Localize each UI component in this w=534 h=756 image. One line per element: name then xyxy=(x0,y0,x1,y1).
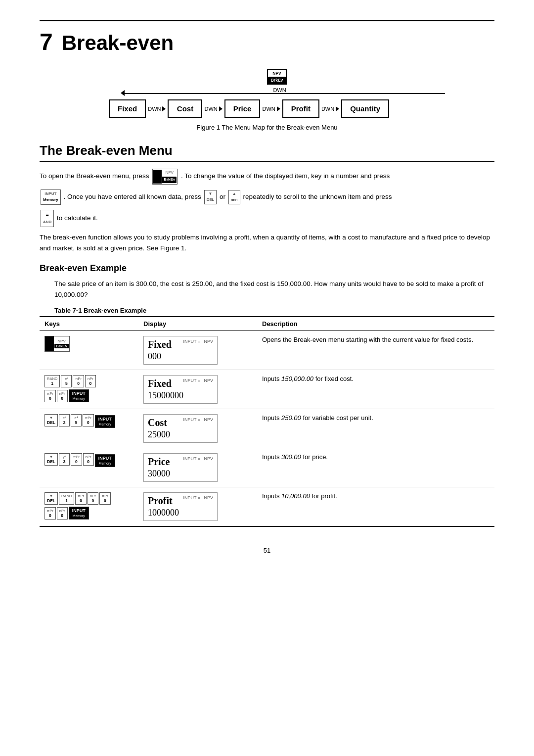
display-indicator-3: INPUT = NPV xyxy=(183,417,213,422)
desc-cell-1: Opens the Break-even menu starting with … xyxy=(257,331,494,370)
key-input-1: INPUTMemory xyxy=(69,389,89,402)
col-header-keys: Keys xyxy=(40,317,138,331)
display-word-5: Profit xyxy=(148,495,173,507)
btn-dark-side xyxy=(153,170,162,184)
menu-items-row: Fixed DWN Cost DWN Price DWN Profit DWN … xyxy=(109,99,445,118)
key-cluster-2: RAND1 e²5 πPr0 nPr0 πPr0 nPr0 INPUTMemor… xyxy=(44,375,134,402)
section-body-4: The break-even function allows you to st… xyxy=(40,232,494,253)
desc-cell-4: Inputs 300.00 for price. xyxy=(257,448,494,487)
key-0k: πPr0 xyxy=(44,507,56,520)
display-word-1: Fixed xyxy=(148,339,172,350)
display-cell-4: Price INPUT = NPV 30000 xyxy=(138,448,257,487)
input-memory-key: INPUT Memory xyxy=(41,189,61,205)
table-label: Table 7-1 Break-even Example xyxy=(54,307,494,314)
section-heading: The Break-even Menu xyxy=(40,143,494,162)
display-cell-5: Profit INPUT = NPV 1000000 xyxy=(138,487,257,527)
display-indicator-5: INPUT = NPV xyxy=(183,495,213,500)
display-number-1: 000 xyxy=(148,351,161,362)
key-cluster-1: NPV BrkEv xyxy=(44,336,134,352)
key-0i: nPr0 xyxy=(88,492,98,505)
key-3: y²3 xyxy=(59,453,70,466)
table-row: ▼DEL e²2 e⁴5 πPr0 INPUTMemory Cost INPUT… xyxy=(40,409,494,448)
display-number-2: 15000000 xyxy=(148,390,183,400)
arrow-right-icon xyxy=(162,106,166,111)
col-header-display: Display xyxy=(138,317,257,331)
section-body-3: = AND to calculate it. xyxy=(40,210,494,227)
keys-cell-3: ▼DEL e²2 e⁴5 πPr0 INPUTMemory xyxy=(40,409,138,448)
dwn-arrow-3: DWN xyxy=(260,106,282,112)
section-body-2: INPUT Memory . Once you have entered all… xyxy=(40,189,494,205)
subsection-heading: Break-even Example xyxy=(40,263,494,274)
key-down-1: ▼DEL xyxy=(44,414,58,426)
chapter-heading: 7 Break-even xyxy=(40,20,494,54)
page-number: 51 xyxy=(40,547,494,554)
key-cluster-5: ▼DEL RAND1 πPr0 nPr0 πPr0 πPr0 nPr0 INPU… xyxy=(44,492,134,520)
table-row: RAND1 e²5 πPr0 nPr0 πPr0 nPr0 INPUTMemor… xyxy=(40,370,494,409)
section-body-1: To open the Break-even menu, press NPV B… xyxy=(40,169,494,185)
inline-npv-brkev: NPV BrkEv xyxy=(152,169,178,185)
display-cell-1: Fixed INPUT = NPV 000 xyxy=(138,331,257,370)
menu-cost: Cost xyxy=(168,99,202,118)
desc-cell-2: Inputs 150,000.00 for fixed cost. xyxy=(257,370,494,409)
chapter-title: Break-even xyxy=(62,33,174,53)
keys-cell-4: ▼DEL y²3 πPr0 nPr0 INPUTMemory xyxy=(40,448,138,487)
dwn-top-label: DWN xyxy=(270,87,289,93)
key-cluster-3: ▼DEL e²2 e⁴5 πPr0 INPUTMemory xyxy=(44,414,134,428)
key-1b: RAND1 xyxy=(59,492,74,505)
key-0l: nPr0 xyxy=(57,507,68,520)
key-5: e²5 xyxy=(61,375,72,387)
table-row: ▼DEL RAND1 πPr0 nPr0 πPr0 πPr0 nPr0 INPU… xyxy=(40,487,494,527)
key-0c: πPr0 xyxy=(44,390,56,402)
key-0j: πPr0 xyxy=(99,492,111,505)
menu-map-diagram: NPV BrkEv DWN Fixed DWN Cost DWN Price D… xyxy=(94,69,440,118)
btn-black-bar xyxy=(45,336,54,351)
keys-cell-1: NPV BrkEv xyxy=(40,331,138,370)
key-down-3: ▼DEL xyxy=(44,492,58,505)
figure-caption: Figure 1 The Menu Map for the Break-even… xyxy=(40,124,494,131)
equals-and-key: = AND xyxy=(41,210,54,227)
display-cell-3: Cost INPUT = NPV 25000 xyxy=(138,409,257,448)
npv-label: NPV xyxy=(268,70,286,77)
arrow-right-icon-4 xyxy=(336,106,339,111)
arrow-right-icon-3 xyxy=(277,106,280,111)
menu-quantity: Quantity xyxy=(341,99,389,118)
dwn-arrow-2: DWN xyxy=(202,106,224,112)
keys-cell-5: ▼DEL RAND1 πPr0 nPr0 πPr0 πPr0 nPr0 INPU… xyxy=(40,487,138,527)
up-nnn-key: ▲ nnn xyxy=(228,190,240,205)
display-indicator-2: INPUT = NPV xyxy=(183,378,213,383)
key-0d: nPr0 xyxy=(57,390,68,402)
table-row: NPV BrkEv Fixed INPUT = NPV 000 xyxy=(40,331,494,370)
desc-cell-5: Inputs 10,000.00 for profit. xyxy=(257,487,494,527)
key-5b: e⁴5 xyxy=(71,414,82,426)
npv-top-label: NPV xyxy=(57,339,65,343)
display-number-5: 1000000 xyxy=(148,508,179,518)
display-word-4: Price xyxy=(148,456,170,468)
key-input-3: INPUTMemory xyxy=(95,454,115,467)
key-0a: πPr0 xyxy=(73,375,84,387)
key-2: e²2 xyxy=(59,414,70,426)
table-row: ▼DEL y²3 πPr0 nPr0 INPUTMemory Price INP… xyxy=(40,448,494,487)
key-0g: nPr0 xyxy=(83,453,94,466)
dwn-top-line xyxy=(124,93,445,94)
desc-cell-3: Inputs 250.00 for variable cost per unit… xyxy=(257,409,494,448)
display-word-3: Cost xyxy=(148,417,167,428)
break-even-table: Keys Display Description NPV BrkEv xyxy=(40,316,494,527)
key-down-2: ▼DEL xyxy=(44,453,58,466)
key-0b: nPr0 xyxy=(85,375,96,387)
inline-npv-label: NPV xyxy=(165,170,173,176)
npv-brkev-button: NPV BrkEv xyxy=(267,69,287,85)
inline-brkev-label: BrkEv xyxy=(162,177,177,183)
display-cell-2: Fixed INPUT = NPV 15000000 xyxy=(138,370,257,409)
key-1: RAND1 xyxy=(44,375,60,387)
menu-fixed: Fixed xyxy=(109,99,146,118)
dwn-arrow-1: DWN xyxy=(146,106,168,112)
key-0e: πPr0 xyxy=(83,414,94,426)
key-0h: πPr0 xyxy=(75,492,87,505)
brkev-bot-label: BrkEv xyxy=(54,344,69,348)
dwn-top-arrow xyxy=(121,90,125,96)
col-header-desc: Description xyxy=(257,317,494,331)
key-0f: πPr0 xyxy=(71,453,82,466)
arrow-right-icon-2 xyxy=(219,106,222,111)
display-number-3: 25000 xyxy=(148,429,170,439)
chapter-number: 7 xyxy=(40,30,53,54)
